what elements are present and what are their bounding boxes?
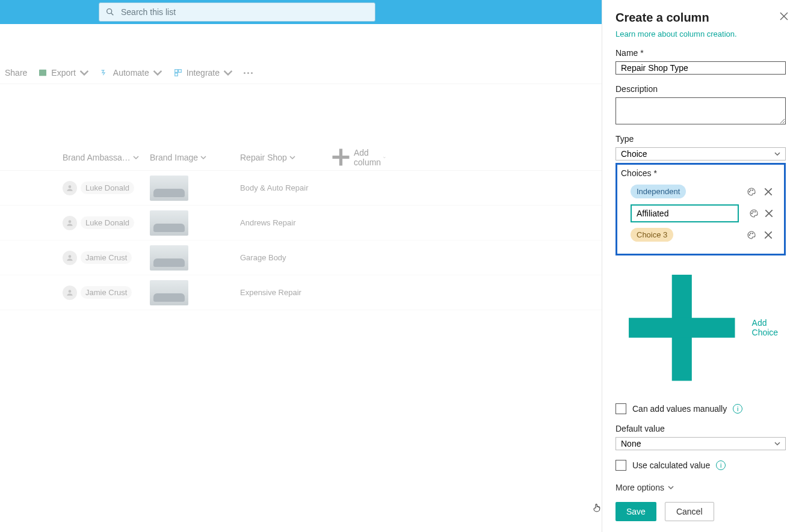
search-icon — [105, 7, 115, 17]
svg-point-0 — [107, 9, 112, 14]
can-add-values-checkbox-row: Can add values manually i — [615, 403, 786, 414]
avatar — [63, 181, 77, 195]
share-button[interactable]: Share — [5, 68, 27, 78]
info-icon[interactable]: i — [733, 404, 742, 414]
repair-shop-cell: Expensive Repair — [240, 288, 330, 297]
brand-ambassador-cell: Jamie Crust — [63, 286, 150, 300]
choice-row: Independent — [631, 183, 774, 201]
choice-pill[interactable]: Choice 3 — [631, 228, 673, 242]
ambassador-name: Jamie Crust — [81, 286, 132, 299]
type-label: Type — [615, 134, 786, 144]
brand-image-cell — [150, 280, 240, 305]
chevron-down-icon — [774, 441, 780, 447]
svg-point-21 — [754, 211, 755, 212]
chevron-down-icon — [223, 68, 233, 78]
remove-choice-icon[interactable] — [762, 229, 774, 241]
svg-point-24 — [749, 234, 750, 235]
brand-image-cell — [150, 245, 240, 271]
column-header-brand-ambassador[interactable]: Brand Ambassa… — [63, 153, 150, 162]
table-row[interactable]: Jamie CrustGarage Body — [0, 240, 602, 275]
choice-row — [631, 204, 774, 222]
car-thumbnail — [150, 210, 188, 236]
add-choice-button[interactable]: Add Choice — [615, 261, 786, 394]
column-header-brand-image[interactable]: Brand Image — [150, 153, 240, 162]
palette-icon[interactable] — [748, 207, 759, 219]
choice-pill[interactable]: Independent — [631, 185, 686, 198]
chevron-down-icon — [668, 485, 674, 491]
svg-point-11 — [69, 290, 72, 293]
brand-ambassador-cell: Jamie Crust — [63, 251, 150, 265]
svg-point-26 — [752, 233, 753, 233]
type-select[interactable]: Choice — [615, 147, 786, 161]
remove-choice-icon[interactable] — [762, 186, 774, 198]
name-input[interactable] — [615, 61, 786, 75]
brand-image-cell — [150, 210, 240, 236]
cancel-button[interactable]: Cancel — [665, 502, 714, 521]
panel-footer: Save Cancel — [615, 492, 786, 532]
svg-point-25 — [750, 233, 751, 233]
info-icon[interactable]: i — [716, 460, 726, 470]
flow-icon — [100, 68, 110, 78]
add-column-button[interactable]: Add column — [330, 147, 386, 168]
table-row[interactable]: Jamie CrustExpensive Repair — [0, 275, 602, 310]
default-value-select[interactable]: None — [615, 437, 786, 450]
svg-point-20 — [753, 211, 753, 212]
repair-shop-cell: Garage Body — [240, 253, 330, 262]
choices-section-highlighted: Choices IndependentChoice 3 — [615, 163, 786, 255]
column-header-repair-shop[interactable]: Repair Shop — [240, 153, 330, 162]
can-add-values-checkbox[interactable] — [615, 403, 626, 414]
integrate-button[interactable]: Integrate — [173, 68, 233, 78]
use-calculated-checkbox[interactable] — [615, 460, 626, 471]
chevron-down-icon — [774, 151, 780, 157]
excel-icon — [38, 68, 48, 78]
grid-icon — [173, 68, 183, 78]
save-button[interactable]: Save — [615, 502, 656, 521]
learn-more-link[interactable]: Learn more about column creation. — [615, 29, 786, 38]
svg-point-19 — [751, 213, 752, 213]
close-icon — [780, 12, 788, 20]
brand-image-cell — [150, 176, 240, 201]
remove-choice-icon[interactable] — [764, 207, 775, 219]
close-button[interactable] — [780, 12, 788, 23]
avatar — [63, 216, 77, 230]
plus-icon — [330, 147, 351, 168]
use-calculated-label: Use calculated value — [632, 460, 710, 470]
svg-rect-3 — [174, 70, 177, 73]
svg-rect-2 — [39, 70, 46, 76]
table-row[interactable]: Luke DonaldAndrews Repair — [0, 206, 602, 240]
svg-point-9 — [69, 220, 72, 223]
car-thumbnail — [150, 280, 188, 305]
search-input[interactable]: Search this list — [99, 2, 375, 22]
can-add-values-label: Can add values manually — [632, 404, 727, 414]
car-thumbnail — [150, 176, 188, 201]
ambassador-name: Luke Donald — [81, 216, 134, 229]
list-toolbar: Share Export Automate Integrate — [0, 24, 602, 84]
chevron-down-icon — [79, 68, 89, 78]
chevron-down-icon — [200, 154, 206, 161]
avatar — [63, 251, 77, 265]
svg-line-1 — [111, 13, 114, 16]
choice-row: Choice 3 — [631, 226, 774, 244]
car-thumbnail — [150, 245, 188, 271]
automate-button[interactable]: Automate — [100, 68, 162, 78]
svg-point-8 — [69, 185, 72, 188]
use-calculated-checkbox-row: Use calculated value i — [615, 460, 786, 471]
svg-point-14 — [749, 191, 750, 192]
search-placeholder: Search this list — [121, 7, 176, 17]
svg-point-15 — [750, 189, 751, 190]
more-options-toggle[interactable]: More options — [615, 483, 786, 492]
palette-icon[interactable] — [745, 186, 757, 198]
table-row[interactable]: Luke DonaldBody & Auto Repair — [0, 171, 602, 206]
pointer-cursor-icon — [592, 501, 603, 515]
main-area-dimmed: Share Export Automate Integrate — [0, 24, 602, 532]
palette-icon[interactable] — [745, 229, 757, 241]
description-input[interactable] — [615, 97, 786, 124]
default-value-text: None — [621, 439, 641, 448]
type-select-value: Choice — [621, 149, 647, 159]
choice-input-editing[interactable] — [631, 204, 739, 222]
more-actions-button[interactable] — [244, 72, 253, 74]
choices-label: Choices — [621, 168, 780, 178]
brand-ambassador-cell: Luke Donald — [63, 181, 150, 195]
export-button[interactable]: Export — [38, 68, 88, 78]
svg-rect-4 — [178, 70, 181, 73]
